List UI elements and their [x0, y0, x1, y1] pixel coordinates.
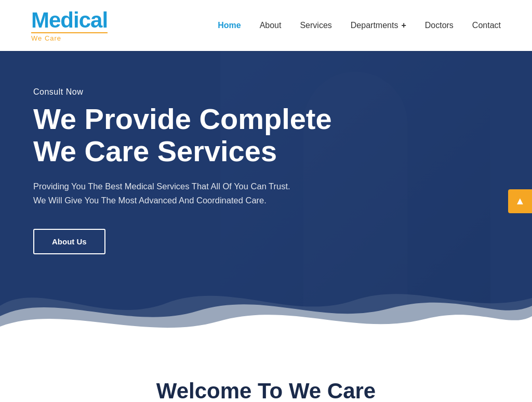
floating-action-button[interactable]: ▲ [508, 189, 532, 213]
nav-item-about[interactable]: About [260, 21, 282, 30]
nav-item-services[interactable]: Services [300, 21, 331, 30]
about-us-button[interactable]: About Us [33, 229, 105, 254]
consult-label: Consult Now [33, 87, 364, 97]
nav-departments-plus-icon: + [401, 21, 406, 30]
nav-item-home[interactable]: Home [218, 21, 241, 30]
welcome-section: Welcome To We Care [0, 347, 532, 402]
hero-subtitle: Providing You The Best Medical Services … [33, 179, 335, 208]
hero-section: Consult Now We Provide Complete We Care … [0, 51, 532, 347]
hero-title-line1: We Provide Complete [33, 102, 332, 135]
logo-text: Medical [31, 9, 108, 31]
floating-icon: ▲ [515, 195, 525, 207]
header: Medical We Care Home About Services Depa… [0, 0, 532, 51]
hero-title-line2: We Care Services [33, 135, 277, 167]
hero-wave [0, 275, 532, 347]
nav-item-departments[interactable]: Departments + [351, 21, 406, 30]
nav-departments-label: Departments [351, 21, 398, 30]
welcome-title: Welcome To We Care [31, 379, 501, 402]
nav-item-contact[interactable]: Contact [472, 21, 501, 30]
logo[interactable]: Medical We Care [31, 9, 108, 42]
nav-item-doctors[interactable]: Doctors [425, 21, 454, 30]
hero-content: Consult Now We Provide Complete We Care … [0, 51, 364, 254]
hero-title: We Provide Complete We Care Services [33, 103, 364, 167]
main-nav: Home About Services Departments + Doctor… [218, 21, 501, 30]
logo-tagline: We Care [31, 32, 108, 42]
